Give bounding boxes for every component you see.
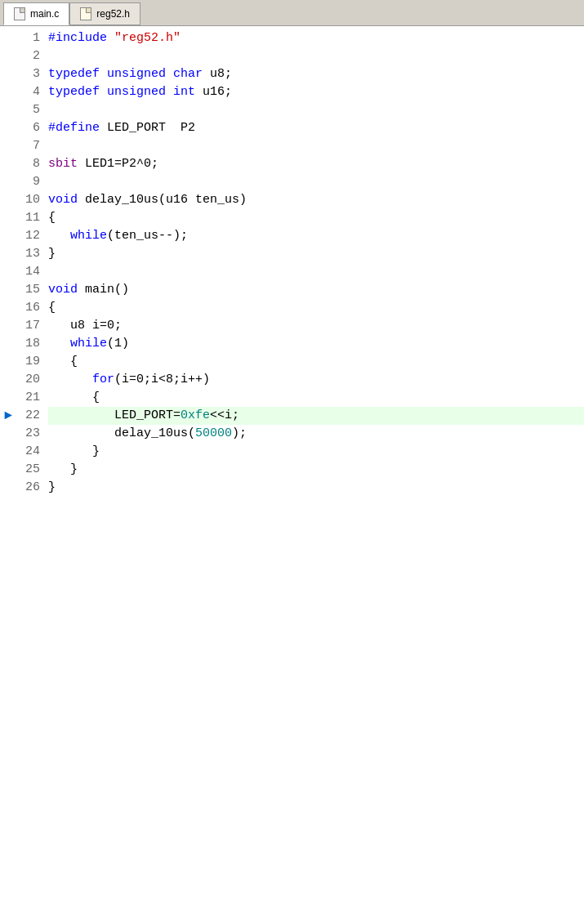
code-line-11: { [48,209,584,227]
arrow-3 [0,65,16,83]
code-line-13: } [48,245,584,263]
token-include: #include [48,29,107,47]
code-line-6: #define LED_PORT P2 [48,119,584,137]
linenum-4: 4 [16,83,40,101]
token-int: int [173,83,195,101]
code-line-18: while (1) [48,335,584,353]
tab-reg52-h[interactable]: reg52.h [69,2,140,25]
code-line-17: u8 i=0; [48,317,584,335]
arrow-1 [0,29,16,47]
arrow-22: ► [0,407,16,425]
linenum-8: 8 [16,155,40,173]
linenum-22: 22 [16,407,40,425]
token-typedef-3: typedef [48,65,100,83]
arrow-7 [0,137,16,155]
linenum-2: 2 [16,47,40,65]
arrow-12 [0,227,16,245]
token-unsigned-4: unsigned [107,83,166,101]
linenum-14: 14 [16,263,40,281]
tab-label-main-c: main.c [30,8,59,20]
tab-bar: main.c reg52.h [0,0,584,26]
arrow-23 [0,425,16,443]
linenum-9: 9 [16,173,40,191]
linenum-18: 18 [16,335,40,353]
arrow-15 [0,281,16,299]
code-content: #include "reg52.h" typedef unsigned char… [45,29,584,924]
arrow-8 [0,155,16,173]
token-filename: "reg52.h" [114,29,181,47]
token-while-18: while [70,335,107,353]
code-line-24: } [48,443,584,461]
code-line-21: { [48,389,584,407]
tab-label-reg52-h: reg52.h [96,8,130,20]
linenum-26: 26 [16,479,40,497]
code-line-25: } [48,461,584,479]
arrow-19 [0,353,16,371]
code-line-1: #include "reg52.h" [48,29,584,47]
linenum-10: 10 [16,191,40,209]
arrow-11 [0,209,16,227]
token-50000: 50000 [195,425,232,443]
editor-container: main.c reg52.h [0,0,584,924]
code-line-2 [48,47,584,65]
code-line-23: delay_10us( 50000 ); [48,425,584,443]
token-while-12: while [70,227,107,245]
token-char: char [173,65,203,83]
arrow-26 [0,479,16,497]
arrow-17 [0,317,16,335]
token-for: for [92,371,114,389]
token-unsigned-3: unsigned [107,65,166,83]
linenum-5: 5 [16,101,40,119]
arrow-2 [0,47,16,65]
arrow-16 [0,299,16,317]
linenum-12: 12 [16,227,40,245]
arrow-13 [0,245,16,263]
code-line-20: for (i=0;i<8;i++) [48,371,584,389]
token-void-10: void [48,191,78,209]
arrow-5 [0,101,16,119]
arrow-4 [0,83,16,101]
code-line-3: typedef unsigned char u8; [48,65,584,83]
code-line-14 [48,263,584,281]
linenum-6: 6 [16,119,40,137]
code-line-16: { [48,299,584,317]
code-line-15: void main() [48,281,584,299]
linenum-20: 20 [16,371,40,389]
tab-main-c[interactable]: main.c [3,2,69,25]
arrow-14 [0,263,16,281]
linenum-1: 1 [16,29,40,47]
debug-arrow-icon: ► [4,407,12,425]
code-line-26: } [48,479,584,497]
code-line-4: typedef unsigned int u16; [48,83,584,101]
code-line-5 [48,101,584,119]
linenum-11: 11 [16,209,40,227]
token-define: #define [48,119,100,137]
code-area: ► 1 2 3 4 5 6 7 8 9 10 11 12 13 14 15 16… [0,26,584,924]
token-void-15: void [48,281,78,299]
linenum-25: 25 [16,461,40,479]
linenum-19: 19 [16,353,40,371]
linenum-17: 17 [16,317,40,335]
code-line-12: while (ten_us--); [48,227,584,245]
arrow-18 [0,335,16,353]
file-icon-h [80,7,91,20]
linenum-16: 16 [16,299,40,317]
arrow-25 [0,461,16,479]
linenum-3: 3 [16,65,40,83]
line-numbers: 1 2 3 4 5 6 7 8 9 10 11 12 13 14 15 16 1… [16,29,45,924]
token-typedef-4: typedef [48,83,100,101]
file-icon-c [14,7,25,20]
arrow-9 [0,173,16,191]
token-0xfe: 0xfe [181,407,210,425]
linenum-21: 21 [16,389,40,407]
arrow-24 [0,443,16,461]
arrow-21 [0,389,16,407]
linenum-15: 15 [16,281,40,299]
arrow-gutter: ► [0,29,16,924]
code-line-10: void delay_10us(u16 ten_us) [48,191,584,209]
arrow-20 [0,371,16,389]
arrow-10 [0,191,16,209]
token-sbit: sbit [48,155,78,173]
linenum-13: 13 [16,245,40,263]
code-line-22: LED_PORT= 0xfe <<i; [48,407,584,425]
